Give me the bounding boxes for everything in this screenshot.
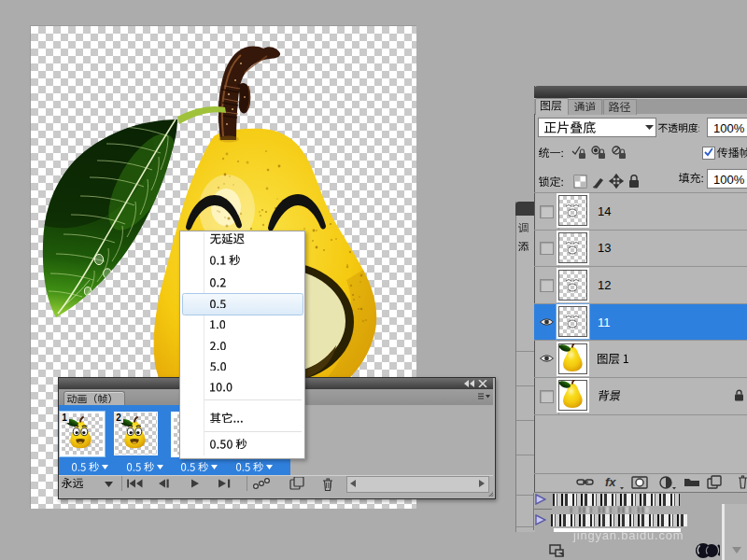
svg-text:fx: fx bbox=[605, 475, 616, 489]
